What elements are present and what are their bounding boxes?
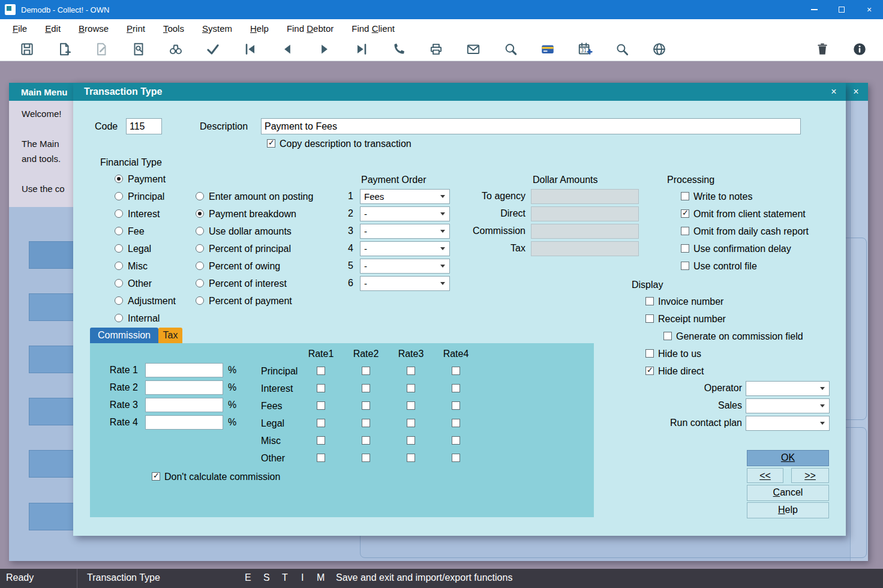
dont-calculate-commission-checkbox[interactable] <box>152 472 160 481</box>
menu-item-help[interactable]: Help <box>241 21 278 36</box>
commission-matrix-checkbox[interactable] <box>317 401 325 410</box>
email-button[interactable] <box>465 41 481 57</box>
sales-select[interactable] <box>746 398 830 413</box>
commission-matrix-checkbox[interactable] <box>362 454 370 462</box>
financial-type-label-adjustment[interactable]: Adjustment <box>128 295 176 307</box>
menu-item-find-client[interactable]: Find Client <box>343 21 404 36</box>
cancel-button[interactable]: Cancel <box>747 485 829 501</box>
amount-mode-label-payment-breakdown[interactable]: Payment breakdown <box>209 208 296 220</box>
invoice-number-checkbox[interactable] <box>645 297 654 305</box>
control-file-checkbox[interactable] <box>681 262 689 270</box>
run-contact-plan-select[interactable] <box>746 416 830 431</box>
payment-order-select-6[interactable]: - <box>360 276 450 291</box>
amount-mode-label-enter-on-posting[interactable]: Enter amount on posting <box>209 191 313 203</box>
commission-matrix-checkbox[interactable] <box>452 401 460 410</box>
commission-matrix-checkbox[interactable] <box>362 419 370 427</box>
financial-type-label-other[interactable]: Other <box>128 278 152 290</box>
previous-button[interactable]: << <box>747 468 783 483</box>
copy-description-label[interactable]: Copy description to transaction <box>280 138 412 150</box>
omit-client-statement-checkbox[interactable] <box>681 209 689 218</box>
financial-type-label-misc[interactable]: Misc <box>128 260 148 272</box>
commission-matrix-checkbox[interactable] <box>452 419 460 427</box>
tab-tax[interactable]: Tax <box>158 328 182 343</box>
dont-calculate-commission-label[interactable]: Don't calculate commission <box>164 471 280 483</box>
financial-type-radio-internal[interactable] <box>115 314 123 322</box>
confirmation-delay-checkbox[interactable] <box>681 244 689 253</box>
amount-mode-label-percent-owing[interactable]: Percent of owing <box>209 260 280 272</box>
hide-to-us-checkbox[interactable] <box>645 349 654 358</box>
commission-matrix-checkbox[interactable] <box>362 436 370 445</box>
rate1-field[interactable] <box>145 363 223 377</box>
main-menu-close-button[interactable]: × <box>850 86 862 98</box>
previous-record-button[interactable] <box>280 41 295 57</box>
omit-client-statement-label[interactable]: Omit from client statement <box>693 208 806 220</box>
confirmation-delay-label[interactable]: Use confirmation delay <box>693 243 791 255</box>
tab-commission[interactable]: Commission <box>90 328 158 343</box>
new-record-button[interactable] <box>56 41 72 57</box>
amount-mode-radio-percent-principal[interactable] <box>196 244 204 253</box>
commission-matrix-checkbox[interactable] <box>317 384 325 392</box>
amount-mode-radio-percent-owing[interactable] <box>196 262 204 270</box>
amount-mode-label-percent-principal[interactable]: Percent of principal <box>209 243 291 255</box>
commission-matrix-checkbox[interactable] <box>362 367 370 375</box>
minimize-button[interactable] <box>800 0 828 19</box>
print-button[interactable] <box>428 41 444 57</box>
financial-type-radio-misc[interactable] <box>115 262 123 270</box>
edit-record-button[interactable] <box>94 41 109 57</box>
commission-matrix-checkbox[interactable] <box>407 454 415 462</box>
help-button[interactable]: Help <box>747 502 829 518</box>
generate-on-commission-label[interactable]: Generate on commission field <box>676 331 803 343</box>
generate-on-commission-checkbox[interactable] <box>663 332 672 340</box>
financial-type-label-internal[interactable]: Internal <box>128 313 160 325</box>
commission-matrix-checkbox[interactable] <box>317 367 325 375</box>
commission-matrix-checkbox[interactable] <box>407 419 415 427</box>
financial-type-radio-fee[interactable] <box>115 227 123 235</box>
commission-matrix-checkbox[interactable] <box>407 384 415 392</box>
menu-item-edit[interactable]: Edit <box>36 21 70 36</box>
phone-button[interactable] <box>391 41 407 57</box>
ok-button[interactable]: OK <box>747 450 829 466</box>
amount-mode-radio-payment-breakdown[interactable] <box>196 209 204 218</box>
financial-type-radio-legal[interactable] <box>115 244 123 253</box>
control-file-label[interactable]: Use control file <box>693 260 757 272</box>
post-button[interactable] <box>205 41 221 57</box>
info-button[interactable] <box>852 41 867 57</box>
search-button[interactable] <box>614 41 630 57</box>
financial-type-label-legal[interactable]: Legal <box>128 243 151 255</box>
first-record-button[interactable] <box>242 41 258 57</box>
receipt-number-checkbox[interactable] <box>645 314 654 323</box>
dialog-close-button[interactable]: × <box>828 86 840 98</box>
commission-matrix-checkbox[interactable] <box>317 419 325 427</box>
menu-item-tools[interactable]: Tools <box>154 21 193 36</box>
omit-daily-cash-label[interactable]: Omit from daily cash report <box>693 226 809 238</box>
commission-matrix-checkbox[interactable] <box>362 384 370 392</box>
save-button[interactable] <box>19 41 35 57</box>
hide-direct-label[interactable]: Hide direct <box>658 365 704 377</box>
next-record-button[interactable] <box>317 41 332 57</box>
code-field[interactable] <box>126 118 162 134</box>
financial-type-label-interest[interactable]: Interest <box>128 208 160 220</box>
amount-mode-radio-percent-interest[interactable] <box>196 279 204 287</box>
delete-button[interactable] <box>815 41 830 57</box>
financial-type-label-principal[interactable]: Principal <box>128 191 164 203</box>
amount-mode-label-percent-interest[interactable]: Percent of interest <box>209 278 287 290</box>
commission-matrix-checkbox[interactable] <box>317 454 325 462</box>
financial-type-radio-other[interactable] <box>115 279 123 287</box>
financial-type-radio-payment[interactable] <box>115 175 123 183</box>
omit-daily-cash-checkbox[interactable] <box>681 227 689 235</box>
commission-matrix-checkbox[interactable] <box>362 401 370 410</box>
preview-button[interactable] <box>131 41 146 57</box>
commission-matrix-checkbox[interactable] <box>407 367 415 375</box>
commission-matrix-checkbox[interactable] <box>452 436 460 445</box>
receipt-number-label[interactable]: Receipt number <box>658 313 726 325</box>
amount-mode-radio-enter-on-posting[interactable] <box>196 192 204 200</box>
description-field[interactable] <box>261 118 801 134</box>
menu-item-print[interactable]: Print <box>118 21 154 36</box>
hide-to-us-label[interactable]: Hide to us <box>658 348 701 360</box>
copy-description-checkbox[interactable] <box>267 139 275 148</box>
invoice-number-label[interactable]: Invoice number <box>658 296 723 308</box>
commission-matrix-checkbox[interactable] <box>407 401 415 410</box>
financial-type-radio-adjustment[interactable] <box>115 296 123 305</box>
rate4-field[interactable] <box>145 415 223 430</box>
commission-matrix-checkbox[interactable] <box>317 436 325 445</box>
